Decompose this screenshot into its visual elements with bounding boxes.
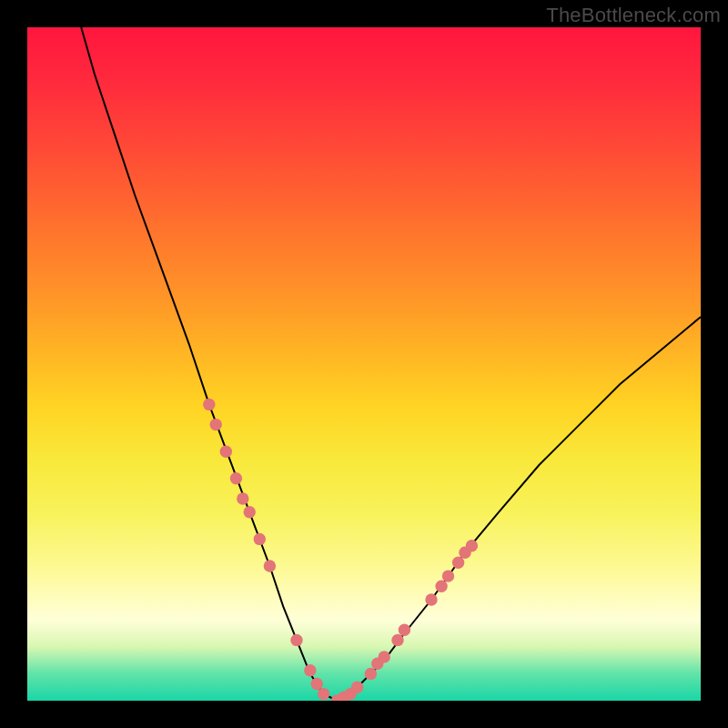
data-marker: [399, 624, 410, 636]
curve-svg: [27, 27, 701, 701]
data-marker: [452, 557, 464, 569]
plot-area: [27, 27, 701, 701]
data-marker: [425, 593, 437, 605]
data-marker: [379, 651, 390, 662]
data-marker: [466, 540, 478, 551]
watermark-text: TheBottleneck.com: [546, 4, 721, 27]
data-marker: [220, 446, 232, 458]
bottleneck-curve-path: [81, 27, 701, 701]
data-marker: [391, 634, 403, 646]
data-marker: [318, 688, 329, 700]
data-marker: [230, 472, 242, 484]
data-marker: [264, 560, 276, 571]
data-marker: [203, 399, 215, 410]
data-marker: [442, 570, 454, 581]
data-marker: [365, 668, 377, 680]
marker-group: [203, 399, 478, 701]
chart-frame: TheBottleneck.com: [0, 0, 728, 728]
data-marker: [254, 533, 266, 545]
data-marker: [311, 678, 323, 690]
data-marker: [237, 492, 248, 504]
data-marker: [244, 506, 256, 518]
data-marker: [351, 682, 363, 693]
data-marker: [290, 634, 302, 646]
data-marker: [435, 581, 447, 592]
data-marker: [304, 664, 316, 676]
data-marker: [210, 419, 222, 430]
